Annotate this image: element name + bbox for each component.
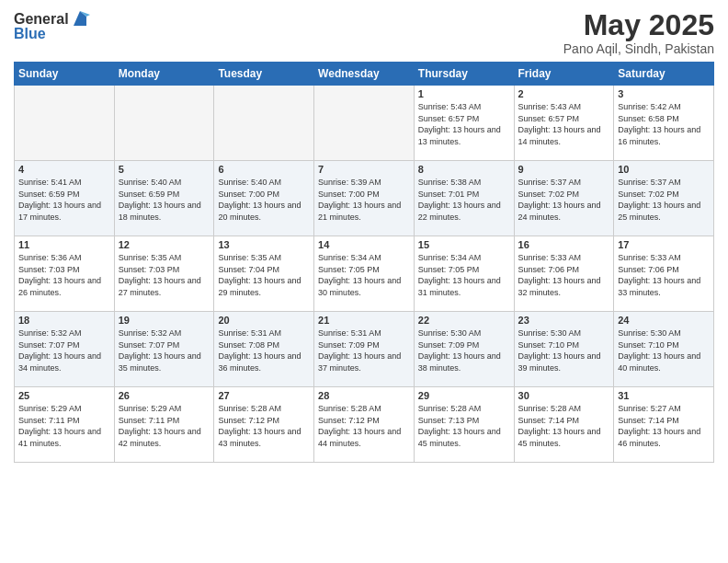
day-number: 26 xyxy=(119,390,210,401)
calendar-cell: 5Sunrise: 5:40 AMSunset: 6:59 PMDaylight… xyxy=(114,161,214,236)
sunrise-label: Sunrise: 5:39 AM xyxy=(318,178,381,187)
sunset-label: Sunset: 7:10 PM xyxy=(618,340,679,350)
calendar-cell: 27Sunrise: 5:28 AMSunset: 7:12 PMDayligh… xyxy=(214,387,314,463)
day-number: 17 xyxy=(618,239,710,250)
sunset-label: Sunset: 7:12 PM xyxy=(318,416,380,425)
calendar-cell: 9Sunrise: 5:37 AMSunset: 7:02 PMDaylight… xyxy=(514,161,614,236)
sunset-label: Sunset: 7:07 PM xyxy=(119,340,180,350)
calendar-cell: 24Sunrise: 5:30 AMSunset: 7:10 PMDayligh… xyxy=(614,312,714,387)
day-number: 8 xyxy=(418,164,510,175)
calendar-cell: 31Sunrise: 5:27 AMSunset: 7:14 PMDayligh… xyxy=(614,387,714,463)
calendar-cell: 3Sunrise: 5:42 AMSunset: 6:58 PMDaylight… xyxy=(614,86,714,161)
day-info: Sunrise: 5:30 AMSunset: 7:10 PMDaylight:… xyxy=(518,327,610,373)
sunrise-label: Sunrise: 5:37 AM xyxy=(518,178,582,187)
calendar-cell: 20Sunrise: 5:31 AMSunset: 7:08 PMDayligh… xyxy=(214,312,314,387)
sunrise-label: Sunrise: 5:31 AM xyxy=(318,328,381,338)
day-info: Sunrise: 5:29 AMSunset: 7:11 PMDaylight:… xyxy=(18,403,110,449)
calendar-week-row: 1Sunrise: 5:43 AMSunset: 6:57 PMDaylight… xyxy=(15,86,714,161)
calendar-cell: 26Sunrise: 5:29 AMSunset: 7:11 PMDayligh… xyxy=(114,387,214,463)
sunrise-label: Sunrise: 5:29 AM xyxy=(18,404,82,413)
day-number: 29 xyxy=(418,390,510,401)
header: General Blue May 2025 Pano Aqil, Sindh, … xyxy=(14,9,714,56)
calendar-cell: 1Sunrise: 5:43 AMSunset: 6:57 PMDaylight… xyxy=(414,86,514,161)
day-info: Sunrise: 5:42 AMSunset: 6:58 PMDaylight:… xyxy=(618,101,710,147)
day-info: Sunrise: 5:30 AMSunset: 7:09 PMDaylight:… xyxy=(418,327,510,373)
sunrise-label: Sunrise: 5:30 AM xyxy=(418,328,482,338)
sunrise-label: Sunrise: 5:30 AM xyxy=(518,328,582,338)
sunset-label: Sunset: 7:01 PM xyxy=(418,190,480,199)
day-info: Sunrise: 5:27 AMSunset: 7:14 PMDaylight:… xyxy=(618,403,710,449)
sunrise-label: Sunrise: 5:33 AM xyxy=(618,253,681,262)
sunrise-label: Sunrise: 5:33 AM xyxy=(518,253,582,262)
sunrise-label: Sunrise: 5:34 AM xyxy=(418,253,482,262)
calendar-cell: 23Sunrise: 5:30 AMSunset: 7:10 PMDayligh… xyxy=(514,312,614,387)
day-info: Sunrise: 5:35 AMSunset: 7:04 PMDaylight:… xyxy=(218,252,310,298)
sunset-label: Sunset: 7:10 PM xyxy=(518,340,580,350)
day-number: 3 xyxy=(618,88,710,99)
calendar-cell xyxy=(15,86,115,161)
day-info: Sunrise: 5:30 AMSunset: 7:10 PMDaylight:… xyxy=(618,327,710,373)
calendar-week-row: 25Sunrise: 5:29 AMSunset: 7:11 PMDayligh… xyxy=(15,387,714,463)
daylight-label: Daylight: 13 hours and 21 minutes. xyxy=(318,201,401,222)
day-number: 28 xyxy=(318,390,410,401)
daylight-label: Daylight: 13 hours and 20 minutes. xyxy=(218,201,301,222)
calendar-cell: 28Sunrise: 5:28 AMSunset: 7:12 PMDayligh… xyxy=(314,387,415,463)
calendar-subtitle: Pano Aqil, Sindh, Pakistan xyxy=(563,41,714,56)
sunset-label: Sunset: 7:03 PM xyxy=(119,265,180,274)
sunrise-label: Sunrise: 5:43 AM xyxy=(518,102,582,111)
calendar-cell xyxy=(314,86,415,161)
day-number: 25 xyxy=(18,390,110,401)
sunset-label: Sunset: 7:04 PM xyxy=(218,265,279,274)
day-info: Sunrise: 5:39 AMSunset: 7:00 PMDaylight:… xyxy=(318,177,410,223)
weekday-header: Tuesday xyxy=(214,63,314,86)
day-number: 16 xyxy=(518,239,610,250)
sunrise-label: Sunrise: 5:35 AM xyxy=(218,253,281,262)
sunset-label: Sunset: 7:14 PM xyxy=(618,416,679,425)
day-info: Sunrise: 5:28 AMSunset: 7:13 PMDaylight:… xyxy=(418,403,510,449)
daylight-label: Daylight: 13 hours and 18 minutes. xyxy=(119,201,201,222)
calendar-cell: 12Sunrise: 5:35 AMSunset: 7:03 PMDayligh… xyxy=(114,236,214,312)
sunset-label: Sunset: 7:14 PM xyxy=(518,416,580,425)
day-info: Sunrise: 5:37 AMSunset: 7:02 PMDaylight:… xyxy=(618,177,710,223)
sunset-label: Sunset: 7:11 PM xyxy=(18,416,80,425)
logo-icon xyxy=(70,9,90,29)
day-info: Sunrise: 5:40 AMSunset: 6:59 PMDaylight:… xyxy=(119,177,210,223)
sunset-label: Sunset: 7:11 PM xyxy=(119,416,180,425)
title-block: May 2025 Pano Aqil, Sindh, Pakistan xyxy=(563,9,714,56)
sunset-label: Sunset: 7:06 PM xyxy=(618,265,679,274)
sunrise-label: Sunrise: 5:31 AM xyxy=(218,328,281,338)
sunset-label: Sunset: 6:59 PM xyxy=(18,190,80,199)
calendar-cell: 25Sunrise: 5:29 AMSunset: 7:11 PMDayligh… xyxy=(15,387,115,463)
sunset-label: Sunset: 6:57 PM xyxy=(518,114,580,123)
daylight-label: Daylight: 13 hours and 33 minutes. xyxy=(618,276,700,297)
sunset-label: Sunset: 7:09 PM xyxy=(318,340,380,350)
day-number: 2 xyxy=(518,88,610,99)
day-number: 9 xyxy=(518,164,610,175)
daylight-label: Daylight: 13 hours and 26 minutes. xyxy=(18,276,101,297)
calendar-cell: 6Sunrise: 5:40 AMSunset: 7:00 PMDaylight… xyxy=(214,161,314,236)
day-number: 19 xyxy=(119,315,210,326)
calendar-cell: 11Sunrise: 5:36 AMSunset: 7:03 PMDayligh… xyxy=(15,236,115,312)
sunset-label: Sunset: 6:57 PM xyxy=(418,114,480,123)
sunrise-label: Sunrise: 5:38 AM xyxy=(418,178,482,187)
day-number: 6 xyxy=(218,164,310,175)
sunrise-label: Sunrise: 5:30 AM xyxy=(618,328,681,338)
day-number: 10 xyxy=(618,164,710,175)
day-info: Sunrise: 5:28 AMSunset: 7:12 PMDaylight:… xyxy=(218,403,310,449)
day-info: Sunrise: 5:32 AMSunset: 7:07 PMDaylight:… xyxy=(18,327,110,373)
calendar-cell: 29Sunrise: 5:28 AMSunset: 7:13 PMDayligh… xyxy=(414,387,514,463)
sunrise-label: Sunrise: 5:40 AM xyxy=(218,178,281,187)
daylight-label: Daylight: 13 hours and 44 minutes. xyxy=(318,427,401,448)
sunset-label: Sunset: 7:00 PM xyxy=(318,190,380,199)
sunrise-label: Sunrise: 5:28 AM xyxy=(518,404,582,413)
day-info: Sunrise: 5:41 AMSunset: 6:59 PMDaylight:… xyxy=(18,177,110,223)
sunset-label: Sunset: 6:58 PM xyxy=(618,114,679,123)
day-number: 1 xyxy=(418,88,510,99)
sunset-label: Sunset: 7:03 PM xyxy=(18,265,80,274)
sunset-label: Sunset: 7:05 PM xyxy=(318,265,380,274)
day-info: Sunrise: 5:31 AMSunset: 7:08 PMDaylight:… xyxy=(218,327,310,373)
weekday-header: Sunday xyxy=(15,63,115,86)
calendar-cell: 19Sunrise: 5:32 AMSunset: 7:07 PMDayligh… xyxy=(114,312,214,387)
sunrise-label: Sunrise: 5:40 AM xyxy=(119,178,182,187)
sunset-label: Sunset: 7:08 PM xyxy=(218,340,279,350)
